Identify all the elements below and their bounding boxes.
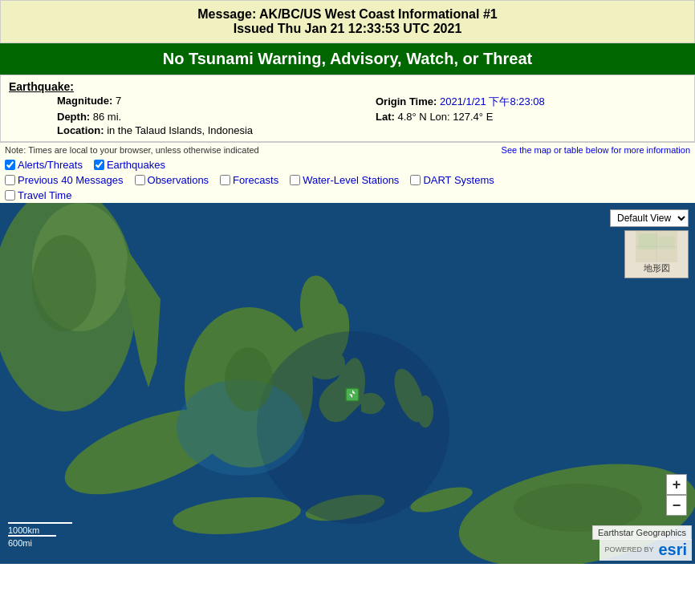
checkbox-water-level-label: Water-Level Stations	[303, 174, 399, 186]
zoom-out-button[interactable]: −	[666, 495, 687, 516]
magnitude-value: 7	[116, 95, 121, 107]
checkbox-observations-input[interactable]	[135, 175, 145, 185]
checkbox-travel-time-label: Travel Time	[18, 189, 71, 201]
earthquake-info: Earthquake: Magnitude: 7 Origin Time: 20…	[0, 75, 695, 142]
map-overlay: Default View 地形図	[610, 209, 689, 278]
svg-rect-25	[638, 233, 656, 249]
scale-km-label: 1000km	[8, 525, 72, 535]
checkbox-forecasts-label: Forecasts	[233, 174, 278, 186]
earthstar-label: Earthstar Geographics	[598, 528, 686, 537]
note-bar: Note: Times are local to your browser, u…	[0, 142, 695, 157]
scale-mi-label: 600mi	[8, 538, 72, 548]
depth-label: Depth:	[57, 111, 90, 123]
origin-label: Origin Time:	[376, 95, 437, 107]
map-view-select[interactable]: Default View	[610, 209, 689, 227]
earthquake-marker[interactable]	[345, 387, 360, 403]
scale-line-mi	[8, 535, 56, 537]
earthquake-grid: Magnitude: 7 Origin Time: 2021/1/21 下午8:…	[9, 95, 686, 123]
scale-line-km	[8, 522, 72, 524]
svg-point-20	[225, 347, 273, 411]
zoom-controls: + −	[666, 474, 687, 516]
checkbox-prev40-input[interactable]	[5, 175, 15, 185]
checkboxes-row2: Previous 40 Messages Observations Foreca…	[0, 172, 695, 188]
map-thumbnail-label: 地形図	[644, 262, 670, 274]
checkbox-earthquakes-input[interactable]	[94, 160, 104, 170]
checkbox-observations[interactable]: Observations	[135, 174, 209, 186]
warning-text: No Tsunami Warning, Advisory, Watch, or …	[163, 50, 532, 67]
svg-rect-26	[656, 237, 675, 249]
lon-value: 127.4° E	[453, 111, 493, 123]
checkbox-forecasts[interactable]: Forecasts	[220, 174, 278, 186]
powered-by-text: POWERED BY	[604, 545, 653, 554]
checkbox-water-level-input[interactable]	[290, 175, 300, 185]
checkbox-alerts[interactable]: Alerts/Threats	[5, 159, 83, 171]
depth-value: 86 mi.	[93, 111, 121, 123]
earthstar-badge: Earthstar Geographics	[592, 525, 692, 540]
map-svg	[0, 203, 695, 564]
checkbox-alerts-input[interactable]	[5, 160, 15, 170]
location-value: in the Talaud Islands, Indonesia	[107, 124, 253, 136]
checkbox-earthquakes[interactable]: Earthquakes	[94, 159, 165, 171]
origin-field: Origin Time: 2021/1/21 下午8:23:08	[376, 95, 686, 109]
zoom-in-button[interactable]: +	[666, 474, 687, 495]
lon-label: Lon:	[429, 111, 449, 123]
checkboxes-row1: Alerts/Threats Earthquakes	[0, 157, 695, 172]
latlon-field: Lat: 4.8° N Lon: 127.4° E	[376, 111, 686, 123]
map-container: Default View 地形図 + − 1000km 600mi Earths…	[0, 203, 695, 564]
checkbox-dart[interactable]: DART Systems	[410, 174, 494, 186]
map-thumbnail[interactable]: 地形図	[624, 230, 689, 278]
lat-label: Lat:	[376, 111, 395, 123]
earthquake-section-title: Earthquake:	[9, 80, 74, 93]
warning-banner: No Tsunami Warning, Advisory, Watch, or …	[0, 43, 695, 75]
lat-value: 4.8° N	[397, 111, 426, 123]
checkbox-earthquakes-label: Earthquakes	[107, 159, 165, 171]
checkbox-prev40[interactable]: Previous 40 Messages	[5, 174, 124, 186]
svg-point-21	[514, 484, 642, 532]
magnitude-label: Magnitude:	[57, 95, 112, 107]
note-left: Note: Times are local to your browser, u…	[5, 145, 259, 155]
checkbox-travel-time[interactable]: Travel Time	[5, 189, 71, 201]
esri-logo: POWERED BY esri	[599, 539, 692, 561]
checkbox-forecasts-input[interactable]	[220, 175, 230, 185]
magnitude-field: Magnitude: 7	[57, 95, 368, 109]
location-field: Location: in the Talaud Islands, Indones…	[9, 124, 686, 136]
checkbox-observations-label: Observations	[148, 174, 209, 186]
header-title-line1: Message: AK/BC/US West Coast Information…	[4, 7, 691, 22]
note-right: See the map or table below for more info…	[502, 145, 690, 155]
location-label: Location:	[57, 124, 104, 136]
checkbox-water-level[interactable]: Water-Level Stations	[290, 174, 399, 186]
origin-value: 2021/1/21 下午8:23:08	[440, 95, 545, 107]
checkbox-prev40-label: Previous 40 Messages	[18, 174, 124, 186]
header-banner: Message: AK/BC/US West Coast Information…	[0, 0, 695, 43]
esri-text: esri	[658, 541, 687, 559]
svg-point-19	[32, 235, 96, 331]
checkbox-travel-time-input[interactable]	[5, 190, 15, 201]
checkbox-dart-input[interactable]	[410, 175, 421, 185]
depth-field: Depth: 86 mi.	[57, 111, 368, 123]
header-title-line2: Issued Thu Jan 21 12:33:53 UTC 2021	[4, 22, 691, 36]
checkbox-dart-label: DART Systems	[423, 174, 494, 186]
checkbox-alerts-label: Alerts/Threats	[18, 159, 83, 171]
scale-bar: 1000km 600mi	[8, 522, 72, 548]
checkboxes-row3: Travel Time	[0, 188, 695, 203]
